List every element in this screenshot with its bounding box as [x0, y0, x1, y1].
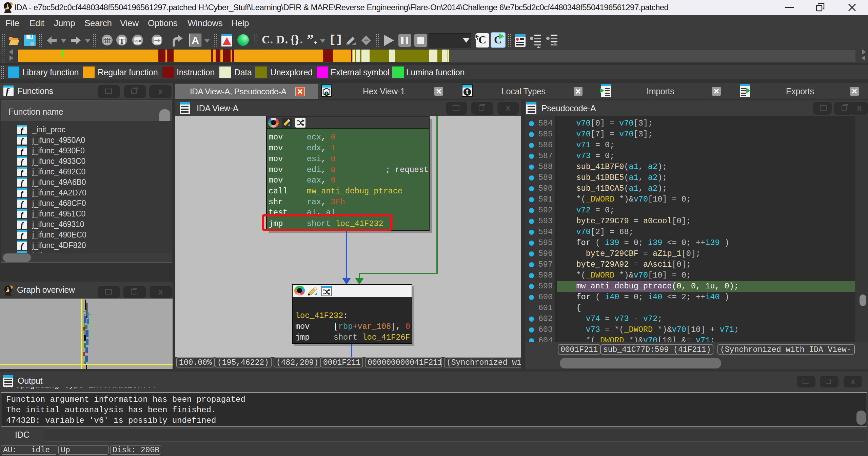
svg-text:010: 010: [135, 39, 141, 43]
svg-text:T: T: [119, 37, 124, 45]
